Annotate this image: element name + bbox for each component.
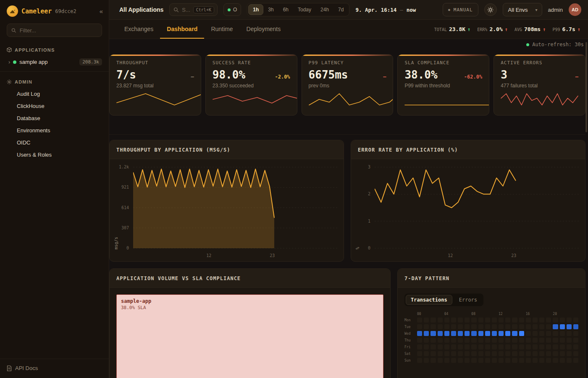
heatmap-cell[interactable] xyxy=(573,324,578,329)
heatmap-cell[interactable] xyxy=(451,351,456,356)
heatmap-cell[interactable] xyxy=(444,351,449,356)
heatmap-cell[interactable] xyxy=(458,318,463,323)
heatmap-cell[interactable] xyxy=(519,338,524,343)
heatmap-cell[interactable] xyxy=(546,338,551,343)
heatmap-cell[interactable] xyxy=(478,331,483,336)
heatmap-cell[interactable] xyxy=(553,324,558,329)
heatmap-cell[interactable] xyxy=(492,318,497,323)
sidebar-item-clickhouse[interactable]: ClickHouse xyxy=(0,100,109,112)
heatmap-cell[interactable] xyxy=(485,338,490,343)
heatmap-cell[interactable] xyxy=(424,358,429,363)
heatmap-cell[interactable] xyxy=(485,351,490,356)
time-range-6h[interactable]: 6h xyxy=(278,4,293,15)
heatmap-cell[interactable] xyxy=(546,344,551,349)
heatmap-cell[interactable] xyxy=(438,344,443,349)
heatmap-cell[interactable] xyxy=(539,351,544,356)
filter-box[interactable] xyxy=(7,24,102,37)
avatar[interactable]: AD xyxy=(569,3,581,16)
heatmap-cell[interactable] xyxy=(573,331,578,336)
heatmap-cell[interactable] xyxy=(560,358,565,363)
heatmap-cell[interactable] xyxy=(458,331,463,336)
heatmap-cell[interactable] xyxy=(553,338,558,343)
heatmap-cell[interactable] xyxy=(485,331,490,336)
heatmap-cell[interactable] xyxy=(526,331,531,336)
heatmap-cell[interactable] xyxy=(485,358,490,363)
tab-exchanges[interactable]: Exchanges xyxy=(118,20,160,39)
heatmap-cell[interactable] xyxy=(417,344,422,349)
heatmap-cell[interactable] xyxy=(424,318,429,323)
heatmap-cell[interactable] xyxy=(499,331,504,336)
heatmap-cell[interactable] xyxy=(512,344,517,349)
sidebar-item-environments[interactable]: Environments xyxy=(0,124,109,136)
heatmap-cell[interactable] xyxy=(424,344,429,349)
treemap-cell-sample-app[interactable]: sample-app 38.0% SLA xyxy=(116,294,383,378)
heatmap-cell[interactable] xyxy=(424,331,429,336)
heatmap-cell[interactable] xyxy=(451,318,456,323)
heatmap-cell[interactable] xyxy=(539,331,544,336)
heatmap-cell[interactable] xyxy=(430,318,436,323)
heatmap-cell[interactable] xyxy=(512,358,517,363)
heatmap-cell[interactable] xyxy=(546,331,551,336)
heatmap-cell[interactable] xyxy=(465,331,470,336)
heatmap-cell[interactable] xyxy=(424,338,429,343)
heatmap-cell[interactable] xyxy=(519,344,524,349)
heatmap-cell[interactable] xyxy=(444,344,449,349)
heatmap-cell[interactable] xyxy=(465,338,470,343)
heatmap-cell[interactable] xyxy=(553,318,558,323)
heatmap-cell[interactable] xyxy=(492,324,497,329)
heatmap-cell[interactable] xyxy=(546,318,551,323)
heatmap-cell[interactable] xyxy=(505,358,510,363)
heatmap-cell[interactable] xyxy=(567,324,572,329)
sidebar-item-api-docs[interactable]: API Docs xyxy=(0,359,109,378)
heatmap-cell[interactable] xyxy=(471,318,476,323)
heatmap-cell[interactable] xyxy=(512,338,517,343)
heatmap-cell[interactable] xyxy=(471,344,476,349)
tab-transactions[interactable]: Transactions xyxy=(406,295,452,305)
heatmap-cell[interactable] xyxy=(526,351,531,356)
heatmap-cell[interactable] xyxy=(519,318,524,323)
heatmap-cell[interactable] xyxy=(458,351,463,356)
heatmap-cell[interactable] xyxy=(505,351,510,356)
heatmap-cell[interactable] xyxy=(567,344,572,349)
heatmap-cell[interactable] xyxy=(438,351,443,356)
heatmap-cell[interactable] xyxy=(417,338,422,343)
heatmap-cell[interactable] xyxy=(533,324,538,329)
sidebar-collapse-button[interactable]: « xyxy=(100,8,103,15)
heatmap-cell[interactable] xyxy=(430,358,436,363)
heatmap-cell[interactable] xyxy=(492,344,497,349)
tab-runtime[interactable]: Runtime xyxy=(204,20,239,39)
heatmap-cell[interactable] xyxy=(526,324,531,329)
heatmap-cell[interactable] xyxy=(499,351,504,356)
sidebar-item-audit-log[interactable]: Audit Log xyxy=(0,88,109,100)
heatmap-cell[interactable] xyxy=(430,351,436,356)
heatmap-cell[interactable] xyxy=(553,331,558,336)
heatmap-cell[interactable] xyxy=(560,338,565,343)
heatmap-cell[interactable] xyxy=(417,318,422,323)
heatmap-cell[interactable] xyxy=(430,324,436,329)
tab-errors[interactable]: Errors xyxy=(454,295,482,305)
heatmap-cell[interactable] xyxy=(546,324,551,329)
heatmap-cell[interactable] xyxy=(539,324,544,329)
heatmap-cell[interactable] xyxy=(505,331,510,336)
heatmap-cell[interactable] xyxy=(533,331,538,336)
heatmap-cell[interactable] xyxy=(526,344,531,349)
heatmap-cell[interactable] xyxy=(417,358,422,363)
heatmap-cell[interactable] xyxy=(505,338,510,343)
heatmap-cell[interactable] xyxy=(478,358,483,363)
heatmap-cell[interactable] xyxy=(533,351,538,356)
heatmap-cell[interactable] xyxy=(444,318,449,323)
heatmap-cell[interactable] xyxy=(471,338,476,343)
heatmap-cell[interactable] xyxy=(471,358,476,363)
heatmap-cell[interactable] xyxy=(471,324,476,329)
heatmap-cell[interactable] xyxy=(553,351,558,356)
heatmap-cell[interactable] xyxy=(519,351,524,356)
heatmap-cell[interactable] xyxy=(465,351,470,356)
heatmap-cell[interactable] xyxy=(465,318,470,323)
heatmap-cell[interactable] xyxy=(444,324,449,329)
heatmap-cell[interactable] xyxy=(451,344,456,349)
heatmap-cell[interactable] xyxy=(465,344,470,349)
heatmap-cell[interactable] xyxy=(519,358,524,363)
scrollbar-thumb[interactable] xyxy=(585,42,587,132)
heatmap-cell[interactable] xyxy=(553,358,558,363)
heatmap-cell[interactable] xyxy=(444,331,449,336)
